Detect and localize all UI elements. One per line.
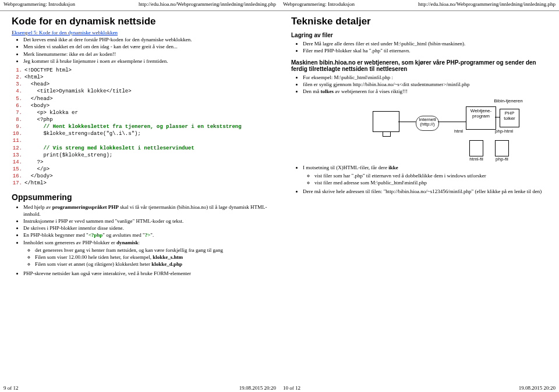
- footer-left: 9 of 12 19.08.2015 20:20: [3, 384, 276, 391]
- architecture-diagram: Bibin-tjeneren Internett(http://) Webtje…: [373, 98, 524, 162]
- bullet: Jeg kommer til å bruke linjenumre i noen…: [23, 58, 268, 65]
- lagring-bullets: Dere Må lagre alle deres filer et sted u…: [291, 41, 547, 55]
- page-number: 9 of 12: [3, 385, 19, 391]
- page-number: 10 of 12: [283, 385, 300, 391]
- bullet: For eksempel: M:\public_html\minfil.php …: [303, 74, 547, 81]
- code-line: <?php: [24, 117, 53, 123]
- bullet: filen er synlig gjennom http://bibin.hio…: [303, 81, 547, 88]
- bullet: Men siden vi snakket en del om den idag …: [23, 44, 268, 50]
- sub-bullet: Filen som viser et annet (og riktigere) …: [35, 261, 268, 268]
- header-url: http://edu.hioa.no/Webprogrammering/innl…: [418, 1, 556, 7]
- code-line: <body>: [24, 103, 49, 109]
- right-h2: Tekniske detaljer: [291, 16, 547, 27]
- code-line: <p> klokka er: [24, 110, 78, 116]
- bullet: Merk linenummerne: ikke en del av koden!…: [23, 51, 268, 58]
- bullet: Med hjelp av programmeringsspråket PHP s…: [23, 204, 268, 218]
- code-line: </head>: [24, 96, 53, 102]
- code-line: <!DOCTYPE html>: [24, 67, 72, 73]
- bullet: De skrives i PHP-blokker innenfor disse …: [23, 225, 268, 231]
- code-comment: // Vis streng med klokkeslett i nettlese…: [24, 145, 194, 151]
- page-left: Webprogrammering: Introduksjon http://ed…: [0, 0, 280, 392]
- html-label: html: [454, 129, 463, 134]
- code-block: 1.<!DOCTYPE html> 2.<html> 3. <head> 4. …: [12, 67, 268, 187]
- bullet: En PHP-blokk begynner med "<?php" og avs…: [23, 232, 268, 238]
- page-right: Webprogrammering: Introduksjon http://ed…: [280, 0, 559, 392]
- two-up-pages: Webprogrammering: Introduksjon http://ed…: [0, 0, 559, 392]
- lagring-h4: Lagring av filer: [291, 32, 547, 38]
- webserver-box: Webtjene-program: [466, 106, 496, 130]
- code-line: </html>: [24, 180, 47, 186]
- summary-bullets: Med hjelp av programmeringsspråket PHP s…: [12, 204, 268, 277]
- sub-bullet: vist filer med adresse som M:\public_htm…: [314, 180, 547, 186]
- sub-bullet: Filen som viser 12.00.00 hele tiden hete…: [35, 254, 268, 261]
- header-title: Webprogrammering: Introduksjon: [3, 1, 75, 7]
- internet-cloud: Internett(http://): [416, 116, 439, 131]
- php-interpreter-box: PHP tolker: [500, 109, 519, 127]
- bullet: Dere Må lagre alle deres filer et sted u…: [303, 41, 547, 47]
- bullet: Dere må skrive hele adressen til filen: …: [303, 188, 547, 195]
- footer-right: 10 of 12 19.08.2015 20:20: [283, 384, 556, 391]
- header-right: Webprogrammering: Introduksjon http://ed…: [280, 0, 559, 7]
- bullet: Instruksjonene i PHP er vevd sammen med …: [23, 218, 268, 224]
- php-file-icon: php-fil: [495, 140, 509, 162]
- code-line: <head>: [24, 81, 49, 87]
- code-line: </p>: [24, 166, 49, 172]
- header-left: Webprogrammering: Introduksjon http://ed…: [0, 0, 280, 7]
- sub-bullet: det genereres hver gang vi henter fram n…: [35, 247, 268, 254]
- sub-bullet: vist filer som har ".php" til etternavn …: [314, 173, 547, 179]
- client-monitor-icon: [373, 111, 399, 132]
- code-line: ?>: [24, 159, 43, 165]
- header-title: Webprogrammering: Introduksjon: [283, 1, 355, 7]
- code-line: <html>: [24, 74, 43, 80]
- code-line: </body>: [24, 173, 53, 179]
- code-line: print($klokke_streng);: [24, 152, 112, 158]
- arrow-icon: [398, 122, 416, 122]
- timestamp: 19.08.2015 20:20: [239, 385, 276, 391]
- example5-link[interactable]: Eksempel 5: Kode for den dynamiske webkl…: [12, 30, 118, 35]
- left-h2: Kode for en dynamisk nettside: [12, 16, 268, 27]
- maskinen-h4: Maskinen bibin.hioa.no er webtjeneren, s…: [291, 59, 547, 72]
- html-file-icon: html-fil: [469, 140, 483, 162]
- maskinen-bullets: For eksempel: M:\public_html\minfil.php …: [291, 74, 547, 95]
- bibin-label: Bibin-tjeneren: [494, 98, 523, 104]
- bullet: Det kreves ennå ikke at dere forstår PHP…: [23, 37, 268, 43]
- code-line: <title>Dynamisk klokke</title>: [24, 88, 132, 94]
- bullet: PHP-skrevne nettsider kan også være inte…: [23, 270, 268, 277]
- bullet: Innholdet som genereres av PHP-blokker e…: [23, 240, 268, 268]
- code-comment: // Hent klokkeslettet fra tjeneren, og p…: [24, 124, 242, 130]
- phpphtml-label: php-html: [495, 129, 513, 134]
- intro-bullets: Det kreves ennå ikke at dere forstår PHP…: [12, 37, 268, 65]
- bullet: Den må tolkes av webtjeneren for å vises…: [303, 88, 547, 95]
- arrow-icon: [438, 122, 466, 122]
- motsetning-bullets: I motsetning til (X)HTML-filer, får dere…: [291, 165, 547, 195]
- code-line: $klokke_streng=date("g\.i\.s");: [24, 131, 141, 137]
- header-url: http://edu.hioa.no/Webprogrammering/innl…: [139, 1, 276, 7]
- arrow-icon: [495, 117, 500, 117]
- timestamp: 19.08.2015 20:20: [519, 385, 556, 391]
- summary-h3: Oppsummering: [12, 193, 268, 202]
- bullet: I motsetning til (X)HTML-filer, får dere…: [303, 165, 547, 186]
- bullet: Filer med PHP-blokker skal ha ".php" til…: [303, 48, 547, 54]
